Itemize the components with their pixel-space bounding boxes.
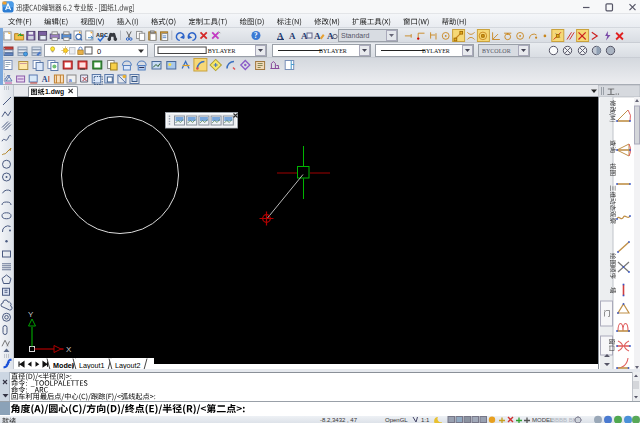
svg-text:1:1: 1:1 bbox=[421, 417, 430, 423]
svg-text:-8.2,3432 , 47: -8.2,3432 , 47 bbox=[320, 417, 358, 423]
svg-text:OpenGL: OpenGL bbox=[385, 417, 408, 423]
